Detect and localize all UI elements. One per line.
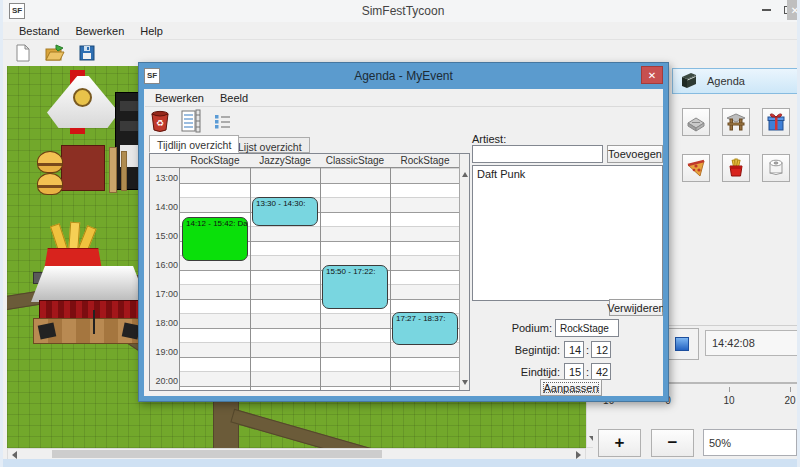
open-folder-icon	[44, 43, 66, 63]
tent-badge	[73, 88, 92, 107]
scrollbar-thumb[interactable]	[52, 450, 382, 458]
mic-stand	[93, 310, 95, 334]
gift-icon	[765, 111, 787, 133]
menu-item-bewerken[interactable]: Bewerken	[67, 25, 132, 37]
apply-button[interactable]: Aanpassen	[540, 379, 602, 396]
schedule-column-line	[390, 154, 391, 390]
dialog-menu-bar: BewerkenBeeld	[145, 89, 664, 107]
burger	[37, 173, 63, 195]
time-label: 19:00	[151, 347, 178, 357]
stage-column-header: RockStage	[390, 154, 460, 168]
schedule-column-line	[320, 154, 321, 390]
scroll-left-icon[interactable]	[12, 451, 17, 459]
minimize-button[interactable]	[755, 0, 777, 20]
artist-combobox[interactable]	[472, 145, 603, 163]
stage-roof	[31, 266, 147, 302]
playback-button[interactable]	[665, 328, 699, 360]
slider-tick-label: 10	[714, 395, 744, 406]
zoom-out-button[interactable]: −	[651, 429, 694, 457]
time-label: 15:00	[151, 231, 178, 241]
time-label: 18:00	[151, 318, 178, 328]
new-file-icon	[13, 43, 33, 63]
artist-listbox[interactable]: Daft Punk	[472, 165, 663, 301]
timeline-view-button[interactable]	[179, 109, 203, 133]
slider-tick	[729, 387, 730, 392]
zoom-in-button[interactable]: +	[598, 429, 641, 457]
path-tile-icon	[685, 111, 707, 133]
schedule-scrollbar[interactable]	[459, 154, 470, 390]
schedule-grid[interactable]: 13:0014:0015:0016:0017:0018:0019:0020:00…	[149, 153, 470, 391]
shop-button-fries[interactable]	[722, 154, 750, 182]
window-title-bar: SF SimFestTycoon ✕	[3, 0, 800, 22]
slider-tick	[790, 387, 791, 392]
podium-combobox[interactable]: RockStage	[555, 319, 619, 337]
artist-label: Artiest:	[472, 133, 506, 145]
end-hour-field[interactable]: 15	[564, 363, 584, 380]
begin-time-label: Begintijd:	[502, 344, 560, 356]
delete-event-button[interactable]: ♻	[148, 109, 172, 133]
blue-stop-icon	[675, 337, 689, 351]
time-label: 16:00	[151, 260, 178, 270]
zoom-level-field[interactable]: 50%	[703, 429, 797, 456]
dialog-menu-item-bewerken[interactable]: Bewerken	[147, 92, 212, 104]
schedule-event[interactable]: 17:27 - 18:37:	[392, 312, 458, 346]
open-button[interactable]	[43, 41, 67, 65]
scroll-right-icon[interactable]	[576, 451, 581, 459]
schedule-column-line	[250, 154, 251, 390]
toilet-paper-icon	[765, 157, 787, 179]
main-stage	[31, 266, 147, 348]
shop-button-stage[interactable]	[722, 108, 750, 136]
dialog-toolbar: ♻	[145, 107, 664, 135]
trash-icon: ♻	[150, 110, 170, 132]
schedule-event[interactable]: 14:12 - 15:42: Daft P	[182, 217, 248, 261]
svg-text:♻: ♻	[156, 118, 164, 128]
burger	[37, 151, 63, 173]
end-minute-field[interactable]: 42	[591, 363, 611, 380]
fries-icon	[725, 157, 747, 179]
tab-list-overview[interactable]: Lijst overzicht	[230, 137, 310, 153]
tab-timeline-overview[interactable]: Tijdlijn overzicht	[149, 135, 239, 153]
time-label: 14:00	[151, 202, 178, 212]
save-floppy-icon	[77, 43, 97, 63]
stage-column-header: JazzyStage	[250, 154, 320, 168]
schedule-event[interactable]: 13:30 - 14:30:	[252, 197, 318, 226]
sidebar-item-agenda[interactable]: Agenda	[672, 68, 798, 94]
agenda-dialog: SF Agenda - MyEvent ✕ BewerkenBeeld ♻	[138, 62, 669, 402]
list-view-button[interactable]	[210, 109, 234, 133]
add-artist-button[interactable]: Toevoegen	[607, 145, 663, 163]
window-title: SimFestTycoon	[3, 4, 800, 18]
clock-display: 14:42:08	[705, 330, 798, 356]
shop-button-toilet-paper[interactable]	[762, 154, 790, 182]
artist-list-item[interactable]: Daft Punk	[473, 166, 662, 182]
pizza-icon	[685, 157, 707, 179]
slider-tick-label: 20	[775, 395, 800, 406]
menu-item-help[interactable]: Help	[132, 25, 171, 37]
window-menu-bar: BestandBewerkenHelp	[3, 22, 800, 40]
list-view-icon	[212, 111, 232, 131]
save-button[interactable]	[75, 41, 99, 65]
shop-button-gift[interactable]	[762, 108, 790, 136]
timeline-view-icon	[179, 109, 203, 133]
menu-item-bestand[interactable]: Bestand	[11, 25, 67, 37]
close-button[interactable]: ✕	[787, 0, 800, 20]
burger-stand	[37, 145, 129, 197]
schedule-event[interactable]: 15:50 - 17:22:	[322, 265, 388, 309]
scroll-up-icon[interactable]	[462, 172, 468, 177]
podium-label: Podium:	[502, 322, 552, 334]
dialog-title-bar[interactable]: SF Agenda - MyEvent ✕	[139, 63, 668, 89]
time-label: 20:00	[151, 376, 178, 386]
application-window: SF SimFestTycoon ✕ BestandBewerkenHelp	[0, 0, 800, 467]
header-corner	[150, 154, 180, 168]
tent-structure	[47, 70, 119, 136]
begin-hour-field[interactable]: 14	[564, 341, 584, 358]
shop-button-path-tile[interactable]	[682, 108, 710, 136]
begin-minute-field[interactable]: 12	[591, 341, 611, 358]
shop-button-pizza[interactable]	[682, 154, 710, 182]
scroll-down-icon[interactable]	[462, 380, 468, 385]
dialog-close-button[interactable]: ✕	[641, 66, 663, 84]
remove-artist-button[interactable]: Verwijderen	[609, 299, 663, 316]
stage-column-header: RockStage	[180, 154, 250, 168]
new-file-button[interactable]	[11, 41, 35, 65]
dialog-menu-item-beeld[interactable]: Beeld	[212, 92, 256, 104]
stage-icon	[725, 111, 747, 133]
